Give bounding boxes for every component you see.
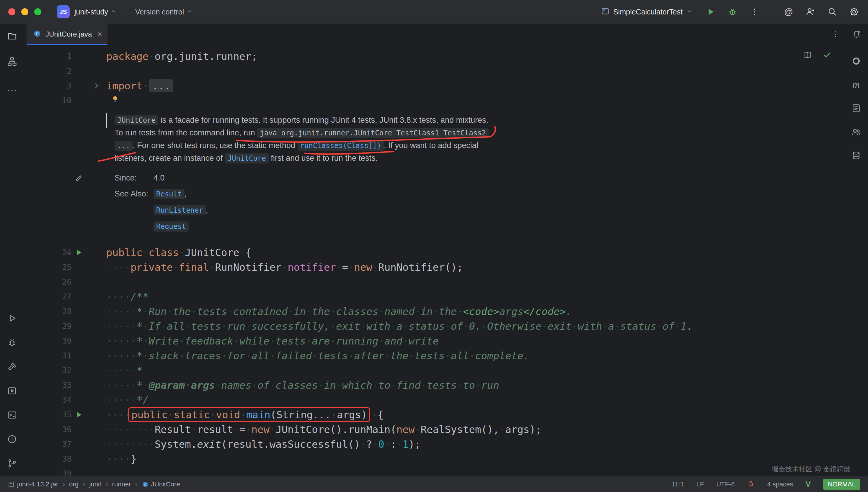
code-text[interactable]: ·····*·If·all·tests·run·successfully,·ex… xyxy=(106,320,693,332)
code-text[interactable]: import·... xyxy=(106,79,173,92)
debug-button[interactable] xyxy=(727,6,738,18)
run-tool-icon[interactable] xyxy=(6,313,18,324)
more-actions-button[interactable] xyxy=(749,6,760,18)
reader-mode-icon[interactable] xyxy=(802,50,812,61)
javadoc-link-runlistener[interactable]: RunListener xyxy=(154,205,206,215)
run-gutter-icon[interactable] xyxy=(71,410,86,419)
line-number[interactable]: 29 xyxy=(24,322,71,331)
breadcrumb-item[interactable]: CJUnitCore xyxy=(142,481,180,488)
collaboration-tool-icon[interactable] xyxy=(850,126,862,138)
line-number[interactable]: 31 xyxy=(24,351,71,360)
tab-close-icon[interactable]: × xyxy=(97,30,102,38)
javadoc-meta: Since: 4.0 See Also: Result, RunListener… xyxy=(115,172,525,236)
caret-position-widget[interactable]: 11:1 xyxy=(672,481,684,488)
code-text[interactable]: ····/** xyxy=(106,291,148,303)
edit-javadoc-pencil-icon[interactable] xyxy=(71,174,86,182)
run-button[interactable] xyxy=(705,6,716,18)
code-text[interactable]: ········Result·result·=·new·JUnitCore().… xyxy=(106,423,541,435)
line-number[interactable]: 36 xyxy=(24,425,71,434)
line-number[interactable]: 35 xyxy=(24,410,71,419)
readonly-lock-icon[interactable] xyxy=(747,479,755,489)
javadoc-link-junitcore[interactable]: JUnitCore xyxy=(225,153,269,164)
git-tool-icon[interactable] xyxy=(6,458,18,469)
vim-mode-badge[interactable]: NORMAL xyxy=(823,479,860,490)
rendered-javadoc[interactable]: JUnitCore is a facade for running tests.… xyxy=(106,109,525,240)
code-text[interactable]: ········System.exit(result.wasSuccessful… xyxy=(106,438,421,450)
line-number[interactable]: 10 xyxy=(24,96,71,105)
run-configuration-widget[interactable]: SimpleCalculatorTest xyxy=(601,7,693,17)
code-text[interactable] xyxy=(106,95,120,106)
code-text[interactable]: ·····*·@param·args·names·of·classes·in·w… xyxy=(106,379,499,391)
run-gutter-icon[interactable] xyxy=(71,248,86,257)
code-text[interactable]: public·class·JUnitCore·{ xyxy=(106,247,251,259)
database-tool-icon[interactable] xyxy=(850,150,862,161)
close-window-button[interactable] xyxy=(8,8,15,15)
terminal-tool-icon[interactable] xyxy=(6,410,18,421)
search-everywhere-button[interactable] xyxy=(827,6,838,18)
indent-widget[interactable]: 4 spaces xyxy=(767,481,793,488)
line-number[interactable]: 26 xyxy=(24,277,71,287)
line-number[interactable]: 3 xyxy=(24,81,71,90)
structure-tool-icon[interactable] xyxy=(6,56,18,67)
line-number[interactable]: 32 xyxy=(24,366,71,375)
vcs-widget[interactable]: Version control xyxy=(131,8,193,16)
breadcrumb-item[interactable]: junit-4.13.2.jar xyxy=(8,481,58,488)
line-number[interactable]: 2 xyxy=(24,67,71,75)
zoom-window-button[interactable] xyxy=(34,8,41,15)
tab-junitcore-java[interactable]: C JUnitCore.java × xyxy=(27,24,108,45)
code-text[interactable]: package·org.junit.runner; xyxy=(106,50,257,62)
line-number[interactable]: 25 xyxy=(24,263,71,272)
ideavim-icon[interactable]: V xyxy=(806,479,811,489)
minimize-window-button[interactable] xyxy=(21,8,28,15)
line-number[interactable]: 30 xyxy=(24,337,71,345)
javadoc-link-result[interactable]: Result xyxy=(154,189,185,199)
code-text[interactable]: ·····*·stack·traces·for·all·failed·tests… xyxy=(106,350,530,362)
build-tool-icon[interactable] xyxy=(6,361,18,372)
code-with-me-button[interactable] xyxy=(805,6,816,18)
line-number[interactable]: 28 xyxy=(24,307,71,316)
code-text[interactable]: ·····* xyxy=(106,365,143,376)
more-tools-icon[interactable]: … xyxy=(6,82,18,93)
code-text[interactable]: ····private·final·RunNotifier·notifier·=… xyxy=(106,261,463,273)
code-text[interactable]: ·····*·Write·feedback·while·tests·are·ru… xyxy=(106,335,439,347)
project-tool-icon[interactable] xyxy=(6,30,18,41)
tab-options-button[interactable] xyxy=(829,29,841,40)
line-number[interactable]: 1 xyxy=(24,52,71,61)
code-text[interactable]: ····public·static·void·main(String...·ar… xyxy=(106,409,383,421)
line-number[interactable]: 33 xyxy=(24,381,71,390)
settings-button[interactable] xyxy=(848,6,860,18)
line-number[interactable]: 37 xyxy=(24,440,71,449)
line-number[interactable]: 24 xyxy=(24,248,71,257)
javadoc-link-runclasses[interactable]: runClasses(Class[]) xyxy=(298,141,384,151)
javadoc-link-request[interactable]: Request xyxy=(154,222,189,231)
code-text[interactable]: ·····*·Run·the·tests·contained·in·the·cl… xyxy=(106,305,572,317)
editor-pane[interactable]: 1package·org.junit.runner;23import·...10… xyxy=(24,45,844,476)
problems-tool-icon[interactable] xyxy=(6,434,18,445)
line-number[interactable]: 39 xyxy=(24,469,71,476)
notes-tool-icon[interactable] xyxy=(850,103,862,114)
project-widget[interactable]: JS junit-study xyxy=(57,5,117,18)
seealso-label: See Also: xyxy=(115,188,154,236)
debug-tool-icon[interactable] xyxy=(6,337,18,348)
breadcrumb-item[interactable]: junit xyxy=(90,481,101,488)
code-line: 1package·org.junit.runner; xyxy=(24,49,844,64)
javadoc-text: first and use it to run the tests. xyxy=(269,154,378,163)
line-number[interactable]: 34 xyxy=(24,396,71,404)
gradle-tool-icon[interactable] xyxy=(850,55,862,67)
services-tool-icon[interactable] xyxy=(6,385,18,396)
breadcrumb-item[interactable]: runner xyxy=(112,481,131,488)
maven-tool-icon[interactable]: m xyxy=(850,79,862,90)
inspections-ok-icon[interactable] xyxy=(823,50,832,61)
code-text[interactable]: ····} xyxy=(106,453,136,465)
breadcrumb-item[interactable]: org xyxy=(69,481,78,488)
code-text[interactable]: ·····*/ xyxy=(106,394,148,406)
chevron-down-icon xyxy=(111,8,117,16)
line-number[interactable]: 27 xyxy=(24,292,71,301)
line-number[interactable]: 38 xyxy=(24,454,71,463)
line-separator-widget[interactable]: LF xyxy=(696,481,704,488)
fold-gutter-icon[interactable] xyxy=(86,82,106,90)
mentions-button[interactable]: @ xyxy=(783,6,794,18)
intention-bulb-icon[interactable] xyxy=(111,95,120,106)
encoding-widget[interactable]: UTF-8 xyxy=(716,481,734,488)
notifications-bell-icon[interactable] xyxy=(851,29,862,40)
